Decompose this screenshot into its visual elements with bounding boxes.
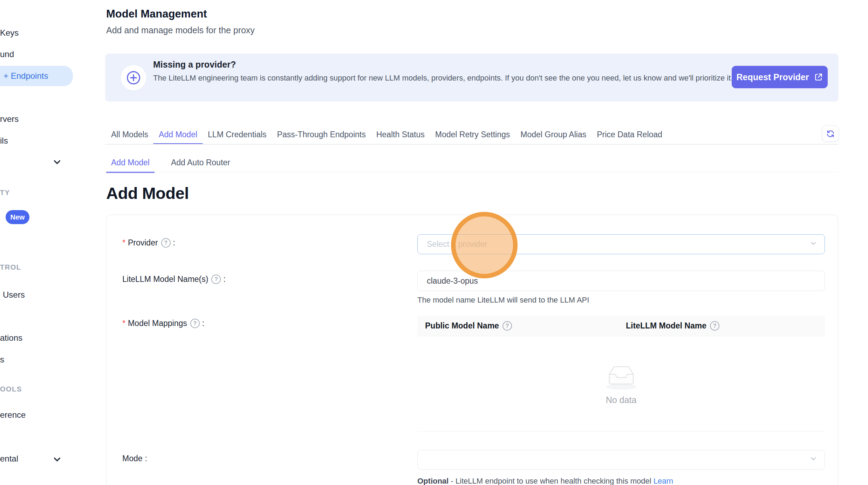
table-empty-state: No data [417, 336, 825, 432]
sidebar-section-header: TROL [0, 263, 21, 271]
chevron-down-icon[interactable] [52, 157, 62, 167]
request-provider-button[interactable]: Request Provider [732, 66, 828, 88]
model-name-input[interactable]: claude-3-opus [417, 271, 825, 291]
page-subtitle: Add and manage models for the proxy [106, 25, 255, 35]
help-icon[interactable]: ? [190, 319, 200, 328]
add-model-form-card: * Provider ? : Select a provider LiteLLM… [106, 215, 838, 485]
sidebar: Keys und + Endpoints rvers ils TY New TR… [0, 0, 74, 485]
sidebar-item-teams[interactable]: s [0, 355, 4, 365]
tab-add-model[interactable]: Add Model [159, 130, 197, 139]
chevron-down-icon[interactable] [52, 454, 62, 465]
model-tabs: All Models Add Model LLM Credentials Pas… [111, 125, 662, 144]
chevron-down-icon [809, 239, 818, 250]
sidebar-item-label: + Endpoints [0, 71, 48, 81]
add-model-heading: Add Model [106, 183, 189, 203]
plus-circle-icon [121, 65, 146, 90]
sidebar-section-header: TY [0, 189, 10, 197]
model-name-value: claude-3-opus [427, 276, 478, 286]
no-data-text: No data [606, 395, 637, 405]
subtab-add-model[interactable]: Add Model [111, 158, 150, 167]
sidebar-item-rails[interactable]: ils [0, 136, 8, 146]
sidebar-item-organizations[interactable]: ations [0, 333, 22, 343]
missing-provider-banner: Missing a provider? The LiteLLM engineer… [105, 54, 839, 102]
sidebar-item-users[interactable]: Users [3, 290, 25, 300]
sidebar-section-header: OOLS [0, 385, 22, 393]
mode-helper: Optional - LiteLLM endpoint to use when … [417, 477, 673, 485]
add-model-subtabs: Add Model Add Auto Router [111, 153, 230, 172]
tab-pass-through-endpoints[interactable]: Pass-Through Endpoints [277, 130, 366, 139]
model-name-label: LiteLLM Model Name(s) ? : [122, 275, 226, 284]
sidebar-item-models-endpoints-active[interactable]: + Endpoints [0, 66, 73, 86]
tab-health-status[interactable]: Health Status [376, 130, 425, 139]
help-icon[interactable]: ? [211, 275, 221, 284]
help-icon[interactable]: ? [710, 321, 719, 331]
tab-all-models[interactable]: All Models [111, 130, 148, 139]
sidebar-item-experimental[interactable]: ental [0, 454, 18, 464]
subtabs-divider [106, 172, 839, 172]
provider-placeholder: Select a provider [427, 240, 487, 249]
tabs-divider [105, 144, 839, 145]
required-marker: * [122, 238, 125, 248]
sidebar-item-keys[interactable]: Keys [0, 28, 19, 38]
help-icon[interactable]: ? [161, 238, 171, 248]
model-name-helper: The model name LiteLLM will send to the … [417, 296, 589, 305]
banner-body: The LiteLLM engineering team is constant… [153, 73, 735, 83]
help-icon[interactable]: ? [503, 321, 512, 331]
banner-title: Missing a provider? [153, 60, 236, 70]
request-provider-label: Request Provider [736, 72, 809, 82]
sidebar-item-inference[interactable]: erence [0, 410, 26, 420]
model-mappings-table: Public Model Name ? LiteLLM Model Name ?… [417, 316, 825, 432]
refresh-icon [826, 129, 835, 138]
new-badge: New [6, 210, 29, 224]
mode-select[interactable] [417, 450, 825, 470]
page-title: Model Management [106, 8, 207, 20]
provider-select[interactable]: Select a provider [417, 234, 825, 254]
column-public-model-name: Public Model Name ? [417, 321, 618, 331]
mode-label: Mode : [122, 454, 147, 463]
learn-link[interactable]: Learn [654, 477, 673, 485]
required-marker: * [122, 319, 125, 328]
chevron-down-icon [809, 455, 818, 465]
refresh-button[interactable] [822, 126, 839, 141]
subtab-add-auto-router[interactable]: Add Auto Router [171, 158, 230, 167]
external-link-icon [814, 72, 823, 82]
tab-price-data-reload[interactable]: Price Data Reload [597, 130, 662, 139]
table-header: Public Model Name ? LiteLLM Model Name ? [417, 316, 825, 336]
sidebar-item-playground[interactable]: und [0, 49, 14, 59]
column-litellm-model-name: LiteLLM Model Name ? [618, 321, 825, 331]
provider-label: * Provider ? : [122, 238, 175, 248]
sidebar-item-servers[interactable]: rvers [0, 114, 19, 124]
tab-model-retry-settings[interactable]: Model Retry Settings [435, 130, 510, 139]
tab-model-group-alias[interactable]: Model Group Alias [520, 130, 586, 139]
tab-llm-credentials[interactable]: LLM Credentials [208, 130, 266, 139]
model-mappings-label: * Model Mappings ? : [122, 319, 204, 328]
inbox-icon [604, 363, 639, 390]
